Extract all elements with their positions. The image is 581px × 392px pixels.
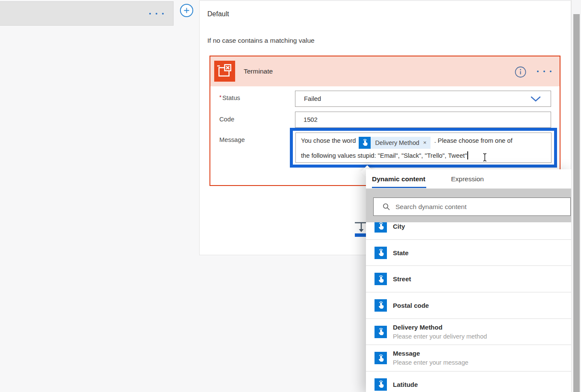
dynamic-content-popup: Dynamic content Expression City S bbox=[366, 169, 571, 392]
manual-trigger-icon bbox=[375, 299, 387, 312]
scrollbar-track[interactable] bbox=[571, 0, 581, 392]
delivery-method-token[interactable]: Delivery Method× bbox=[359, 137, 430, 149]
plus-icon bbox=[183, 7, 190, 14]
terminate-icon bbox=[214, 61, 235, 82]
manual-trigger-icon bbox=[375, 247, 387, 259]
list-item-label: Postal code bbox=[393, 301, 429, 309]
search-band bbox=[366, 189, 571, 222]
manual-trigger-icon bbox=[359, 137, 371, 149]
tab-dynamic-content[interactable]: Dynamic content bbox=[372, 169, 425, 189]
list-item-label: Message bbox=[393, 349, 469, 357]
branch-subtitle: If no case contains a matching value bbox=[207, 37, 315, 44]
list-item[interactable]: Street bbox=[366, 266, 571, 292]
search-icon bbox=[383, 203, 390, 210]
text-caret bbox=[467, 151, 468, 159]
message-focus-ring: You chose the wordDelivery Method×. Plea… bbox=[290, 128, 557, 168]
more-options-icon[interactable] bbox=[149, 13, 164, 15]
list-item-label: Street bbox=[393, 275, 411, 283]
collapsed-action-card[interactable] bbox=[0, 1, 174, 26]
message-text-line2: the following values stupid: "Email", "S… bbox=[301, 152, 467, 159]
code-input[interactable] bbox=[295, 112, 551, 128]
manual-trigger-icon bbox=[375, 273, 387, 285]
scrollbar-thumb[interactable] bbox=[573, 14, 580, 392]
terminate-action-card: Terminate *Status Failed bbox=[209, 56, 560, 186]
search-box bbox=[373, 197, 571, 216]
list-item-label: State bbox=[393, 249, 409, 257]
token-label-pill: Delivery Method× bbox=[371, 137, 430, 149]
manual-trigger-icon bbox=[375, 352, 387, 364]
token-remove-icon[interactable]: × bbox=[423, 136, 427, 150]
popup-tabbar: Dynamic content Expression bbox=[366, 169, 571, 189]
action-menu-icon[interactable] bbox=[537, 56, 552, 86]
list-item[interactable]: Delivery Method Please enter your delive… bbox=[366, 319, 571, 345]
list-item-label: Latitude bbox=[393, 380, 418, 389]
status-value: Failed bbox=[304, 95, 321, 102]
search-input[interactable] bbox=[390, 203, 570, 211]
add-action-button[interactable] bbox=[180, 4, 193, 17]
manual-trigger-icon bbox=[375, 378, 387, 391]
list-item-label: City bbox=[393, 222, 405, 230]
required-asterisk: * bbox=[219, 94, 221, 100]
message-text-after: . Please choose from one of bbox=[434, 137, 513, 144]
list-item[interactable]: Latitude bbox=[366, 371, 571, 392]
list-item-description: Please enter your message bbox=[393, 359, 469, 367]
flow-designer-canvas: Default If no case contains a matching v… bbox=[0, 0, 581, 392]
message-input[interactable]: You chose the wordDelivery Method×. Plea… bbox=[295, 133, 552, 163]
list-item[interactable]: Message Please enter your message bbox=[366, 345, 571, 371]
branch-title: Default bbox=[207, 10, 229, 18]
dynamic-content-list: City State Street Postal code bbox=[366, 213, 571, 392]
list-item[interactable]: State bbox=[366, 240, 571, 266]
status-label: *Status bbox=[219, 94, 240, 101]
text-cursor-icon bbox=[482, 153, 487, 167]
message-text-before: You chose the word bbox=[301, 137, 356, 144]
chevron-down-icon bbox=[530, 96, 541, 103]
status-dropdown[interactable]: Failed bbox=[295, 91, 551, 107]
info-icon[interactable] bbox=[515, 66, 526, 78]
tab-expression[interactable]: Expression bbox=[451, 169, 484, 189]
list-item-description: Please enter your delivery method bbox=[393, 333, 487, 341]
message-label: Message bbox=[219, 136, 245, 143]
list-item-label: Delivery Method bbox=[393, 323, 487, 331]
action-title: Terminate bbox=[244, 56, 273, 86]
terminate-card-header[interactable]: Terminate bbox=[210, 56, 560, 86]
list-item[interactable]: Postal code bbox=[366, 292, 571, 319]
code-label: Code bbox=[219, 116, 234, 123]
manual-trigger-icon bbox=[375, 326, 387, 338]
